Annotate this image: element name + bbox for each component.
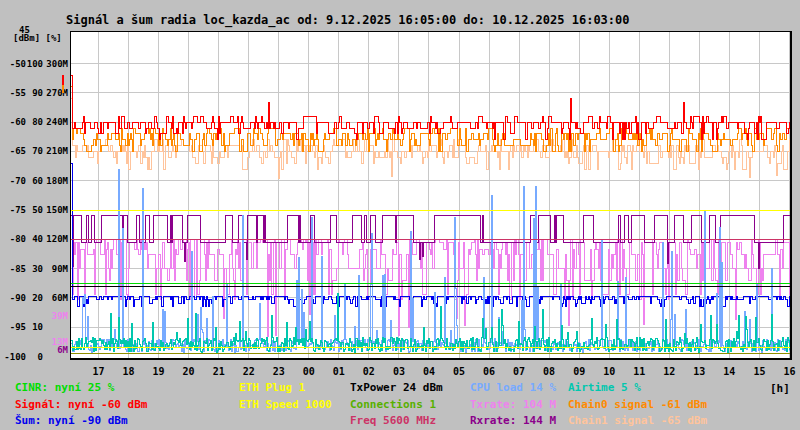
y-tick-label: 40 — [26, 233, 43, 245]
x-tick-label: 14 — [718, 366, 740, 377]
x-tick-label: 12 — [658, 366, 680, 377]
x-tick-label: 08 — [538, 366, 560, 377]
legend-chain0: Chain0 signal -61 dBm — [568, 398, 707, 411]
x-tick-label: 20 — [178, 366, 200, 377]
series-rxrate — [71, 216, 790, 269]
y-tick-label: 10 — [26, 321, 43, 333]
y-tick-row: -9510 — [0, 321, 68, 333]
x-tick-label: 19 — [148, 366, 170, 377]
plot-area — [70, 31, 792, 360]
rate-marker-label: 39M — [0, 311, 68, 321]
x-tick-label: 21 — [208, 366, 230, 377]
legend-freq: Freq 5600 MHz — [350, 414, 436, 427]
y-tick-label: 20 — [26, 292, 43, 304]
series-cpu — [71, 169, 790, 352]
x-tick-label: 03 — [388, 366, 410, 377]
x-tick-label: 13 — [688, 366, 710, 377]
legend-eth-speed: ETH Speed 1000 — [239, 398, 332, 411]
x-tick-label: 04 — [418, 366, 440, 377]
y-tick-label: 50 — [26, 204, 43, 216]
x-tick-label: 02 — [358, 366, 380, 377]
legend-connections: Connections 1 — [350, 398, 436, 411]
y-tick-label: -65 — [0, 145, 26, 157]
y-tick-row: -8040120M — [0, 233, 68, 245]
legend-txpower: TxPower 24 dBm — [350, 381, 443, 394]
y-tick-label: -55 — [0, 87, 26, 99]
y-tick-row: -6570210M — [0, 145, 68, 157]
graph-title: Signál a šum radia loc_kazda_ac od: 9.12… — [66, 13, 630, 27]
y-tick-label: -60 — [0, 116, 26, 128]
y-tick-label: 210M — [43, 145, 68, 157]
x-tick-label: 07 — [508, 366, 530, 377]
y-tick-row: -6080240M — [0, 116, 68, 128]
y-tick-label: -50 — [0, 58, 26, 70]
y-tick-label: 70 — [26, 145, 43, 157]
x-tick-label: 09 — [568, 366, 590, 377]
y-tick-label: 80 — [26, 116, 43, 128]
x-tick-label: 16 — [778, 366, 800, 377]
x-tick-label: 11 — [628, 366, 650, 377]
legend-chain1: Chain1 signal -65 dBm — [568, 414, 707, 427]
y-tick-label: 90 — [26, 87, 43, 99]
y-tick-label: 60 — [26, 175, 43, 187]
y-tick-row: -902060M — [0, 292, 68, 304]
y-tick-row: -7550150M — [0, 204, 68, 216]
series-signal — [71, 75, 790, 140]
series-airtime — [71, 293, 790, 352]
x-tick-label: 15 — [748, 366, 770, 377]
legend-sum: Šum: nyní -90 dBm — [15, 414, 128, 427]
y-axis-unit-label: [dBm] [%] — [13, 33, 62, 43]
chart-canvas — [71, 32, 790, 358]
x-tick-label: 17 — [88, 366, 110, 377]
x-tick-label: 05 — [448, 366, 470, 377]
legend-cpu: CPU load 14 % — [470, 381, 556, 394]
y-tick-label: 30 — [26, 263, 43, 275]
y-tick-label: -85 — [0, 263, 26, 275]
y-tick-row: -853090M — [0, 263, 68, 275]
x-tick-label: 00 — [298, 366, 320, 377]
y-tick-label: 180M — [43, 175, 68, 187]
y-tick-label: 300M — [43, 58, 68, 70]
y-tick-label: 270M — [43, 87, 68, 99]
x-tick-label: 01 — [328, 366, 350, 377]
signal-noise-graph-page: { "title": "Signál a šum radia loc_kazda… — [0, 0, 800, 430]
legend-cinr: CINR: nyní 25 % — [15, 381, 114, 394]
rate-marker-label: 6M — [0, 345, 68, 355]
y-tick-label: -95 — [0, 321, 26, 333]
y-tick-row: -50100300M — [0, 58, 68, 70]
y-tick-label: 240M — [43, 116, 68, 128]
x-tick-label: 10 — [598, 366, 620, 377]
legend-rxrate: Rxrate: 144 M — [470, 414, 556, 427]
x-axis-unit: [h] — [770, 382, 790, 395]
legend-eth-plug: ETH Plug 1 — [239, 381, 305, 394]
series-txrate — [71, 239, 790, 337]
x-tick-label: 18 — [118, 366, 140, 377]
y-tick-row: -7060180M — [0, 175, 68, 187]
y-tick-label: 120M — [43, 233, 68, 245]
y-tick-label: -90 — [0, 292, 26, 304]
series-sum — [71, 163, 790, 306]
legend-airtime: Airtime 5 % — [568, 381, 641, 394]
x-tick-label: 06 — [478, 366, 500, 377]
y-tick-row: -5590270M — [0, 87, 68, 99]
axis-marker-signal — [62, 75, 64, 85]
legend-signal: Signál: nyní -60 dBm — [15, 398, 147, 411]
y-tick-label: 60M — [43, 292, 68, 304]
y-tick-label: 100 — [26, 58, 43, 70]
y-tick-label — [43, 321, 68, 333]
axis-marker-chain0 — [62, 85, 64, 93]
y-tick-label: -70 — [0, 175, 26, 187]
y-tick-label: 150M — [43, 204, 68, 216]
legend-txrate: Txrate: 104 M — [470, 398, 556, 411]
y-tick-label: -80 — [0, 233, 26, 245]
x-tick-label: 22 — [238, 366, 260, 377]
y-tick-label: 90M — [43, 263, 68, 275]
x-tick-label: 23 — [268, 366, 290, 377]
y-tick-label: -75 — [0, 204, 26, 216]
